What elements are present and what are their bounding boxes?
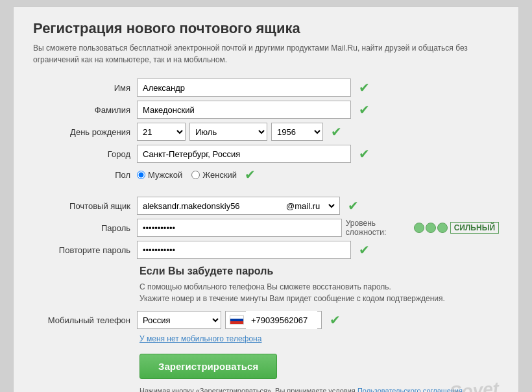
city-label: Город — [33, 149, 137, 159]
watermark: Sovet — [449, 378, 500, 392]
terms-text-container: Нажимая кнопку «Зарегистрироваться», Вы … — [139, 387, 499, 392]
birthday-month-select[interactable]: Июль — [189, 123, 267, 141]
strength-dot-3 — [437, 223, 448, 233]
birthday-check-icon: ✔ — [331, 124, 342, 140]
divider-1 — [33, 186, 499, 197]
gender-female-radio[interactable] — [191, 171, 200, 179]
surname-row: Фамилия ✔ — [33, 101, 499, 119]
gender-male-radio[interactable] — [137, 171, 145, 179]
name-field-cell: ✔ — [137, 79, 499, 97]
terms-link[interactable]: Пользовательского соглашения. — [357, 387, 465, 392]
password-input[interactable] — [137, 219, 342, 237]
birthday-year-select[interactable]: 1956 — [271, 123, 323, 141]
email-row: Почтовый ящик @mail.ru @inbox.ru @list.r… — [33, 197, 499, 215]
email-domain-select[interactable]: @mail.ru @inbox.ru @list.ru @bk.ru — [282, 197, 337, 214]
gender-check-icon: ✔ — [245, 167, 256, 182]
strength-word: СИЛЬНЫЙ — [450, 222, 499, 234]
gender-radio-group: Мужской Женский — [137, 170, 237, 180]
strength-label-text: Уровень сложности: — [346, 219, 411, 237]
phone-number-input[interactable] — [246, 311, 317, 329]
email-field-cell: @mail.ru @inbox.ru @list.ru @bk.ru ✔ — [137, 197, 499, 215]
email-label: Почтовый ящик — [33, 201, 137, 211]
password-repeat-row: Повторите пароль ✔ — [33, 241, 499, 259]
phone-row: Мобильный телефон Россия ✔ — [33, 311, 499, 329]
password-label: Пароль — [33, 223, 137, 233]
name-check-icon: ✔ — [359, 80, 370, 95]
birthday-row: День рождения 21 Июль 1956 ✔ — [33, 123, 499, 141]
city-field-cell: ✔ — [137, 145, 499, 163]
phone-country-select[interactable]: Россия — [137, 311, 221, 329]
city-input[interactable] — [137, 145, 351, 163]
email-box: @mail.ru @inbox.ru @list.ru @bk.ru — [137, 197, 340, 215]
strength-dot-2 — [426, 223, 436, 233]
gender-label: Пол — [33, 170, 137, 180]
password-repeat-check-icon: ✔ — [359, 242, 370, 258]
strength-dots — [414, 223, 448, 233]
phone-field-cell: Россия ✔ — [137, 311, 499, 329]
password-row: Пароль Уровень сложности: СИЛЬНЫЙ — [33, 219, 499, 237]
recovery-text-line1: С помощью мобильного телефона Вы сможете… — [139, 282, 391, 291]
page-subtitle: Вы сможете пользоваться бесплатной элект… — [33, 42, 499, 66]
gender-field-cell: Мужской Женский ✔ — [137, 167, 499, 182]
gender-female-label[interactable]: Женский — [191, 170, 237, 180]
password-repeat-input[interactable] — [137, 241, 351, 259]
surname-check-icon: ✔ — [359, 102, 370, 117]
email-check-icon: ✔ — [348, 198, 359, 214]
phone-flag-prefix — [225, 311, 322, 329]
strength-dot-1 — [414, 223, 424, 233]
phone-check-icon: ✔ — [330, 312, 341, 328]
russia-flag-icon — [230, 315, 244, 325]
birthday-field-cell: 21 Июль 1956 ✔ — [137, 123, 499, 141]
gender-male-text: Мужской — [148, 170, 182, 180]
registration-form-container: Регистрация нового почтового ящика Вы см… — [13, 6, 519, 392]
recovery-text: С помощью мобильного телефона Вы сможете… — [139, 281, 499, 304]
city-row: Город ✔ — [33, 145, 499, 163]
recovery-text-line2: Укажите номер и в течение минуты Вам при… — [139, 294, 445, 303]
email-domain-selector[interactable]: @mail.ru @inbox.ru @list.ru @bk.ru — [280, 197, 340, 215]
surname-field-cell: ✔ — [137, 101, 499, 119]
gender-female-text: Женский — [202, 170, 237, 180]
phone-label: Мобильный телефон — [33, 315, 137, 325]
gender-row: Пол Мужской Женский ✔ — [33, 167, 499, 182]
name-input[interactable] — [137, 79, 351, 97]
email-username-input[interactable] — [137, 197, 280, 215]
password-repeat-label: Повторите пароль — [33, 245, 137, 255]
recovery-title: Если Вы забудете пароль — [139, 265, 499, 277]
surname-input[interactable] — [137, 101, 351, 119]
name-row: Имя ✔ — [33, 79, 499, 97]
password-strength-indicator: Уровень сложности: СИЛЬНЫЙ — [346, 219, 499, 237]
birthday-day-select[interactable]: 21 — [137, 123, 186, 141]
terms-prefix: Нажимая кнопку «Зарегистрироваться», Вы … — [139, 387, 356, 392]
page-title: Регистрация нового почтового ящика — [33, 20, 499, 37]
no-phone-link[interactable]: У меня нет мобильного телефона — [139, 334, 499, 343]
password-field-cell: Уровень сложности: СИЛЬНЫЙ — [137, 219, 499, 237]
password-repeat-field-cell: ✔ — [137, 241, 499, 259]
gender-male-label[interactable]: Мужской — [137, 170, 182, 180]
birthday-label: День рождения — [33, 127, 137, 137]
register-button[interactable]: Зарегистрироваться — [139, 354, 277, 379]
recovery-section: Если Вы забудете пароль С помощью мобиль… — [33, 265, 499, 304]
name-label: Имя — [33, 83, 137, 93]
city-check-icon: ✔ — [359, 146, 370, 162]
surname-label: Фамилия — [33, 105, 137, 115]
